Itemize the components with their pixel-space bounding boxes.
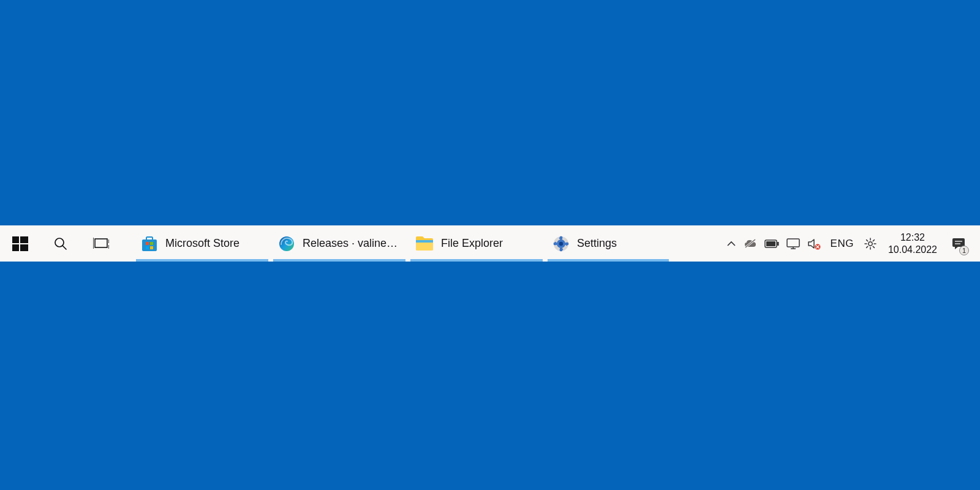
svg-point-29 (559, 241, 563, 245)
svg-rect-35 (787, 239, 799, 247)
ms-store-icon (141, 235, 158, 252)
taskbar-app-label: Releases · valinet/... (303, 237, 401, 250)
svg-rect-10 (142, 239, 157, 251)
desktop[interactable]: Microsoft Store (0, 0, 980, 490)
taskbar-app-file-explorer[interactable]: File Explorer (408, 225, 545, 262)
search-icon (53, 236, 68, 251)
project-icon (786, 238, 800, 249)
system-tray: ENG (723, 225, 980, 262)
battery-icon (764, 239, 779, 248)
taskbar-app-microsoft-store[interactable]: Microsoft Store (134, 225, 271, 262)
clock-date: 10.04.2022 (888, 244, 937, 256)
clock-button[interactable]: 12:32 10.04.2022 (881, 225, 944, 262)
notification-count-badge: 1 (959, 246, 969, 255)
svg-line-46 (867, 239, 868, 241)
running-indicator (273, 259, 405, 262)
svg-line-49 (873, 246, 874, 247)
tray-battery-button[interactable] (761, 225, 783, 262)
edge-icon (278, 235, 295, 252)
tray-volume-button[interactable] (804, 225, 824, 262)
svg-point-41 (869, 241, 872, 245)
taskbar-app-label: Settings (577, 237, 617, 250)
windows-logo-icon (12, 236, 28, 252)
svg-rect-12 (146, 242, 149, 245)
language-label: ENG (831, 238, 854, 250)
running-indicator (410, 259, 543, 262)
clock-time: 12:32 (900, 232, 925, 244)
task-view-button[interactable] (81, 225, 121, 262)
svg-line-5 (62, 246, 66, 249)
svg-line-47 (873, 239, 874, 241)
taskbar-app-label: Microsoft Store (165, 237, 239, 250)
taskbar: Microsoft Store (0, 225, 980, 262)
svg-rect-15 (150, 246, 153, 249)
svg-rect-13 (150, 242, 153, 245)
taskbar-app-label: File Explorer (441, 237, 503, 250)
tray-onedrive-button[interactable] (740, 225, 761, 262)
svg-rect-0 (12, 236, 19, 243)
tray-ime-settings-button[interactable] (860, 225, 881, 262)
settings-app-icon (552, 235, 570, 252)
taskbar-apps: Microsoft Store (121, 225, 723, 262)
cloud-disabled-icon (744, 238, 757, 249)
svg-rect-33 (766, 241, 775, 246)
tray-overflow-button[interactable] (723, 225, 740, 262)
gear-icon (864, 237, 877, 251)
svg-rect-34 (777, 242, 779, 246)
running-indicator (548, 259, 669, 262)
search-button[interactable] (40, 225, 81, 262)
svg-rect-18 (416, 240, 433, 243)
svg-marker-51 (955, 247, 958, 249)
start-button[interactable] (0, 225, 40, 262)
svg-rect-1 (20, 236, 28, 243)
svg-rect-11 (146, 237, 153, 240)
svg-line-48 (867, 246, 868, 247)
svg-rect-14 (146, 246, 149, 249)
running-indicator (136, 259, 268, 262)
action-center-button[interactable]: 1 (944, 225, 973, 262)
chevron-up-icon (726, 239, 736, 249)
language-indicator[interactable]: ENG (824, 225, 860, 262)
taskbar-app-edge[interactable]: Releases · valinet/... (271, 225, 408, 262)
tray-display-button[interactable] (783, 225, 804, 262)
svg-rect-3 (20, 244, 28, 251)
volume-muted-icon (807, 238, 821, 250)
svg-rect-6 (95, 239, 107, 247)
svg-rect-2 (12, 244, 19, 251)
taskbar-app-settings[interactable]: Settings (545, 225, 671, 262)
task-view-icon (93, 237, 109, 251)
file-explorer-icon (415, 236, 434, 252)
